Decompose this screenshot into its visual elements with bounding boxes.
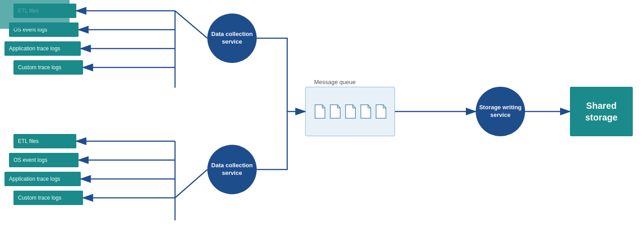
doc-icon-1 bbox=[313, 104, 326, 119]
custom-trace-logs-box-2: Custom trace logs bbox=[13, 191, 83, 205]
svg-line-13 bbox=[175, 170, 207, 198]
etl-files-box-2: ETL files bbox=[13, 134, 76, 148]
custom-trace-logs-box-1: Custom trace logs bbox=[13, 60, 83, 75]
queue-label: Message queue bbox=[314, 79, 356, 85]
doc-icon-2 bbox=[329, 104, 341, 119]
queue-doc-icons bbox=[313, 104, 387, 119]
shared-storage-box: Shared storage bbox=[570, 87, 633, 136]
storage-writing-circle: Storage writing service bbox=[476, 87, 525, 136]
doc-icon-3 bbox=[344, 104, 356, 119]
stack-shadow-1 bbox=[0, 0, 70, 14]
os-event-logs-box-2: OS event logs bbox=[9, 153, 79, 167]
app-trace-logs-box-1: Application trace logs bbox=[4, 41, 81, 56]
architecture-diagram: ETL files OS event logs Application trac… bbox=[0, 0, 644, 232]
doc-icon-5 bbox=[374, 104, 387, 119]
message-queue-box bbox=[305, 87, 395, 136]
svg-line-7 bbox=[175, 11, 207, 38]
data-collection-circle-2: Data collection service bbox=[207, 145, 257, 194]
doc-icon-4 bbox=[359, 104, 372, 119]
data-collection-circle-1: Data collection service bbox=[207, 13, 257, 63]
stack-shadow-2 bbox=[0, 14, 70, 29]
app-trace-logs-box-2: Application trace logs bbox=[4, 172, 81, 186]
